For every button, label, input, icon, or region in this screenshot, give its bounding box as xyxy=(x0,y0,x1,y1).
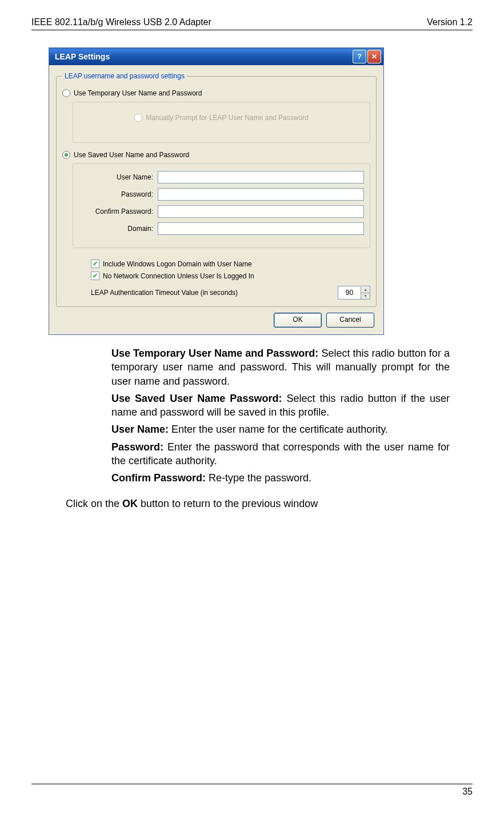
confirm-password-label: Confirm Password: xyxy=(79,208,158,216)
close-button[interactable]: ✕ xyxy=(367,50,381,63)
leap-settings-dialog: LEAP Settings ? ✕ LEAP username and pass… xyxy=(49,47,384,335)
include-domain-label: Include Windows Logon Domain with User N… xyxy=(103,260,252,268)
spin-down-icon[interactable]: ▼ xyxy=(361,293,370,299)
header-left: IEEE 802.11a/b/g Wireless USB 2.0 Adapte… xyxy=(31,17,211,27)
footer-rule xyxy=(31,784,473,784)
group-legend: LEAP username and password settings xyxy=(62,72,187,80)
closing-post: button to return to the previous window xyxy=(138,498,318,509)
radio-manual-label: Manually Prompt for LEAP User Name and P… xyxy=(146,114,309,122)
checkbox-icon: ✔ xyxy=(91,272,99,280)
radio-temporary-label: Use Temporary User Name and Password xyxy=(74,89,202,97)
bullet-icon xyxy=(83,392,111,420)
spin-up-icon[interactable]: ▲ xyxy=(361,287,370,293)
closing-pre: Click on the xyxy=(66,498,122,509)
no-network-label: No Network Connection Unless User Is Log… xyxy=(103,272,254,280)
manual-prompt-block: Manually Prompt for LEAP User Name and P… xyxy=(73,102,370,143)
user-name-label: User Name: xyxy=(79,173,158,181)
bullet-label: Use Temporary User Name and Password: xyxy=(111,348,318,359)
radio-temporary[interactable]: Use Temporary User Name and Password xyxy=(62,89,370,97)
include-domain-checkbox[interactable]: ✔ Include Windows Logon Domain with User… xyxy=(62,260,370,268)
password-input[interactable] xyxy=(158,188,364,201)
bullet-icon xyxy=(83,440,111,468)
bullet-text: Enter the user name for the certificate … xyxy=(169,424,388,435)
bullet-label: Use Saved User Name Password: xyxy=(111,393,282,404)
page-number: 35 xyxy=(31,787,473,797)
bullet-icon xyxy=(83,346,111,388)
password-label: Password: xyxy=(79,190,158,198)
radio-manual: Manually Prompt for LEAP User Name and P… xyxy=(79,114,364,122)
radio-icon-selected xyxy=(62,151,70,159)
bullet-label: Password: xyxy=(111,441,163,453)
domain-label: Domain: xyxy=(79,225,158,233)
timeout-value: 90 xyxy=(338,289,361,297)
closing-instruction: Click on the OK button to return to the … xyxy=(66,497,450,510)
timeout-spinner[interactable]: 90 ▲ ▼ xyxy=(338,286,370,300)
dialog-title: LEAP Settings xyxy=(55,52,351,61)
bullet-text: Re-type the password. xyxy=(206,472,311,484)
header-rule xyxy=(31,30,473,30)
confirm-password-input[interactable] xyxy=(158,205,364,218)
bullet-label: User Name: xyxy=(111,424,169,435)
radio-icon xyxy=(62,89,70,97)
header-right: Version 1.2 xyxy=(427,17,473,27)
radio-icon xyxy=(134,114,142,122)
bullet-label: Confirm Password: xyxy=(111,472,206,484)
bullet-item: Password: Enter the password that corres… xyxy=(83,440,450,468)
checkbox-icon: ✔ xyxy=(91,260,99,268)
saved-block: User Name: Password: Confirm Password: xyxy=(73,163,370,248)
user-name-input[interactable] xyxy=(158,171,364,183)
domain-input[interactable] xyxy=(158,222,364,235)
radio-saved[interactable]: Use Saved User Name and Password xyxy=(62,151,370,159)
timeout-label: LEAP Authentication Timeout Value (in se… xyxy=(91,289,338,297)
leap-group: LEAP username and password settings Use … xyxy=(56,72,377,307)
bullet-item: Confirm Password: Re-type the password. xyxy=(83,471,450,485)
bullet-icon xyxy=(83,471,111,485)
radio-saved-label: Use Saved User Name and Password xyxy=(74,151,189,159)
bullet-icon xyxy=(83,422,111,436)
help-button[interactable]: ? xyxy=(353,50,366,63)
ok-button[interactable]: OK xyxy=(274,313,322,328)
cancel-button[interactable]: Cancel xyxy=(326,313,374,328)
titlebar: LEAP Settings ? ✕ xyxy=(49,48,383,65)
no-network-checkbox[interactable]: ✔ No Network Connection Unless User Is L… xyxy=(62,272,370,280)
bullet-item: Use Temporary User Name and Password: Se… xyxy=(83,346,450,388)
closing-bold: OK xyxy=(122,498,138,509)
bullet-item: User Name: Enter the user name for the c… xyxy=(83,422,450,436)
instruction-list: Use Temporary User Name and Password: Se… xyxy=(83,346,450,485)
bullet-item: Use Saved User Name Password: Select thi… xyxy=(83,392,450,420)
